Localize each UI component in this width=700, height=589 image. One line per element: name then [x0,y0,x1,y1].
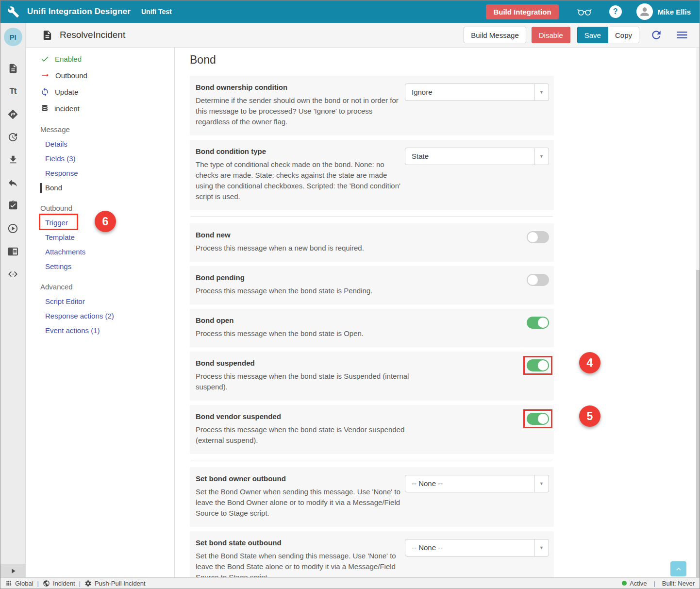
statusbar-process[interactable]: Push-Pull Incident [84,580,146,587]
setting-row-bond-vendor-suspended: Bond vendor suspended Process this messa… [190,405,554,454]
app-window: Unifi Integration Designer Unifi Test Bu… [0,0,700,589]
sidebar-item-incident-table[interactable]: incident [26,100,174,117]
setting-row-set-bond-state-outbound: Set bond state outbound Set the Bond Sta… [190,531,554,577]
sidebar-item-fields[interactable]: Fields (3) [26,151,174,166]
bond-suspended-toggle[interactable] [527,359,549,371]
save-button[interactable]: Save [577,27,608,43]
copy-button[interactable]: Copy [608,27,639,43]
section-title-message: Message [40,122,174,137]
annotation-box-bond-vendor-suspended [523,409,552,428]
document-icon [42,30,53,41]
grid-icon [5,580,12,587]
section-title-advanced: Advanced [40,280,174,294]
directions-icon[interactable] [7,108,19,120]
sidebar-item-bond[interactable]: Bond [26,181,174,195]
history-icon[interactable] [7,131,19,143]
wrench-icon [7,6,19,18]
tasks-icon[interactable] [7,200,19,211]
user-name: Mike Ellis [658,8,691,16]
sidebar-item-attachments[interactable]: Attachments [26,245,174,259]
bond-open-toggle[interactable] [527,317,549,329]
setting-row-bond-ownership-condition: Bond ownership condition Determine if th… [190,76,554,135]
database-icon [40,104,49,113]
sidebar-item-response[interactable]: Response [26,166,174,181]
sidebar-item-event-actions[interactable]: Event actions (1) [26,323,174,338]
code-icon[interactable] [7,268,19,280]
sidebar: Enabled Outbound Update incident Message… [26,48,175,577]
active-status-dot [622,581,627,586]
bond-condition-type-select[interactable]: State ▼ [405,148,549,165]
bond-vendor-suspended-toggle[interactable] [527,413,549,425]
bond-pending-toggle[interactable] [527,274,549,286]
setting-row-bond-suspended: Bond suspended Process this message when… [190,352,554,401]
check-icon [40,54,50,64]
chevron-down-icon: ▼ [534,84,549,101]
messages-icon[interactable] [7,63,19,74]
chevron-down-icon: ▼ [534,475,549,492]
annotation-box-bond-suspended [523,356,552,375]
reply-icon[interactable] [7,177,19,188]
sidebar-item-settings[interactable]: Settings [26,259,174,274]
bond-new-toggle[interactable] [527,231,549,243]
sidebar-item-details[interactable]: Details [26,137,174,151]
annotation-badge-5: 5 [579,405,600,427]
refresh-icon[interactable] [650,29,663,41]
message-toolbar: ResolveIncident Build Message Disable Sa… [26,23,700,48]
annotation-badge-6: 6 [95,211,116,232]
setting-row-bond-condition-type: Bond condition type The type of conditio… [190,140,554,210]
bond-ownership-condition-select[interactable]: Ignore ▼ [405,84,549,101]
help-icon[interactable]: ? [609,5,622,18]
globe-icon [43,580,50,587]
download-icon[interactable] [7,154,19,166]
active-status-label: Active [630,580,647,587]
menu-icon[interactable] [675,28,689,42]
divider [191,216,553,217]
status-bar: Global | Incident | Push-Pull Incident A… [0,577,700,589]
scroll-to-top-button[interactable] [670,561,686,576]
sidebar-item-outbound-direction[interactable]: Outbound [26,67,174,84]
set-bond-state-outbound-select[interactable]: -- None -- ▼ [405,539,549,556]
statusbar-scope[interactable]: Global [5,580,33,587]
sidebar-item-template[interactable]: Template [26,230,174,245]
page-title: ResolveIncident [60,30,125,40]
setting-row-bond-new: Bond new Process this message when a new… [190,223,554,262]
gear-icon [84,580,92,587]
sidebar-item-script-editor[interactable]: Script Editor [26,294,174,309]
scrollbar-thumb[interactable] [696,270,700,577]
arrow-right-icon [40,70,50,80]
setting-row-bond-pending: Bond pending Process this message when t… [190,266,554,304]
setting-row-bond-open: Bond open Process this message when the … [190,309,554,347]
run-icon[interactable] [7,222,19,234]
chevron-down-icon: ▼ [534,539,549,556]
built-status-label: Built: Never [662,580,695,587]
sync-icon [40,87,50,97]
user-menu[interactable]: Mike Ellis [636,3,691,20]
section-heading: Bond [190,53,554,70]
chevron-down-icon: ▼ [534,148,549,165]
app-subtitle: Unifi Test [141,8,172,16]
fields-icon[interactable]: Tt [7,85,19,97]
integration-avatar[interactable]: PI [4,28,22,46]
documentation-icon[interactable] [7,245,19,257]
expand-rail-button[interactable] [0,564,25,577]
app-title: Unifi Integration Designer [27,7,131,17]
statusbar-entity[interactable]: Incident [43,580,75,587]
build-integration-button[interactable]: Build Integration [486,4,558,19]
setting-row-set-bond-owner-outbound: Set bond owner outbound Set the Bond Own… [190,467,554,527]
vertical-scrollbar[interactable] [696,48,700,577]
sidebar-item-enabled[interactable]: Enabled [26,50,174,67]
set-bond-owner-outbound-select[interactable]: -- None -- ▼ [405,475,549,492]
annotation-badge-4: 4 [579,352,600,373]
user-avatar [636,3,653,20]
left-icon-rail: PI Tt [0,23,26,577]
preview-glasses-icon[interactable] [576,5,593,18]
sidebar-item-update[interactable]: Update [26,84,174,100]
divider [191,460,553,460]
top-app-bar: Unifi Integration Designer Unifi Test Bu… [0,0,700,23]
sidebar-item-response-actions[interactable]: Response actions (2) [26,309,174,323]
build-message-button[interactable]: Build Message [464,27,526,43]
main-panel: Bond Bond ownership condition Determine … [175,48,696,577]
disable-button[interactable]: Disable [532,27,570,43]
